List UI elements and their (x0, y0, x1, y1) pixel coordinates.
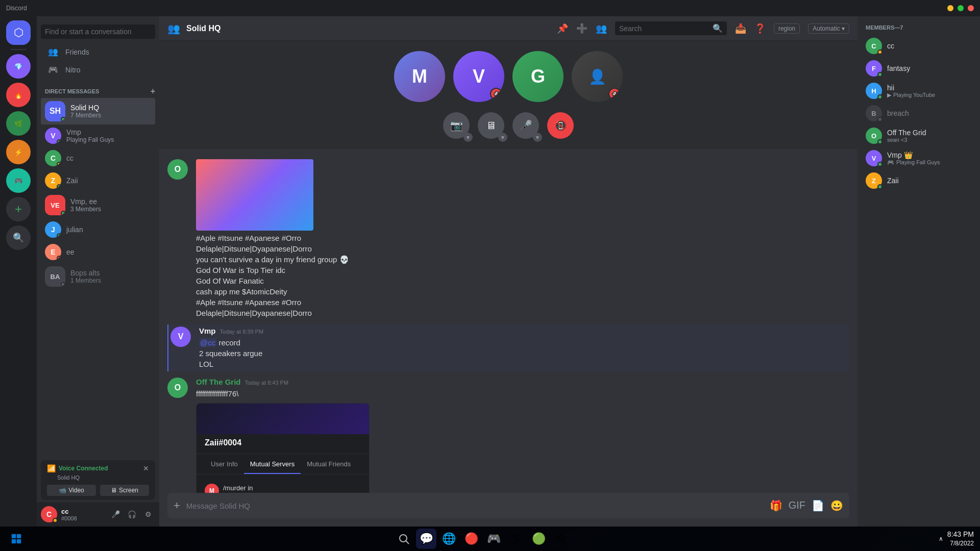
voice-participants: M V 🔇 G 👤 🔇 (394, 51, 623, 102)
discord-home-button[interactable]: ⬡ (6, 20, 31, 45)
member-item-zaii[interactable]: Z Zaii (862, 169, 976, 192)
server-icon-3[interactable]: 🌿 (6, 111, 31, 136)
gif-button[interactable]: GIF (789, 499, 805, 512)
server-icon-2[interactable]: 🔥 (6, 83, 31, 107)
voice-participant-4: 👤 🔇 (572, 51, 623, 102)
vmp-ee-info: Vmp, ee 3 Members (70, 197, 101, 213)
dm-item-cc[interactable]: C cc (41, 147, 155, 169)
taskbar: 💬 🌐 🔴 🎮 S 🟢 ⚙ ∧ 8:43 PM (0, 527, 980, 551)
message-input[interactable] (186, 495, 764, 516)
dm-item-julian[interactable]: J julian (41, 218, 155, 241)
member-item-cc[interactable]: C cc (862, 35, 976, 57)
screen-share-ctrl-button[interactable]: 🖥 ▼ (478, 112, 504, 139)
emoji-button[interactable]: 😀 (830, 499, 843, 512)
member-avatar-zaii: Z (866, 172, 882, 189)
voice-connected-header: 📶 Voice Connected ✕ (47, 464, 149, 472)
dm-item-vmp-ee[interactable]: VE Vmp, ee 3 Members (41, 192, 155, 218)
add-friend-icon[interactable]: ➕ (576, 23, 587, 34)
tab-mutual-servers[interactable]: Mutual Servers (244, 454, 301, 474)
minimize-button[interactable] (947, 5, 953, 11)
user-panel-controls: 🎤 🎧 ⚙ (108, 507, 155, 521)
screen-share-arrow[interactable]: ▼ (498, 133, 507, 142)
taskbar-app-settings[interactable]: ⚙ (551, 529, 571, 549)
taskbar-discord[interactable]: 💬 (416, 529, 436, 549)
voice-connected-panel: 📶 Voice Connected ✕ Solid HQ 📹 Video 🖥 S… (41, 460, 155, 500)
svg-point-4 (400, 535, 407, 542)
profile-server-icon: M (205, 484, 219, 493)
members-icon[interactable]: 👥 (596, 23, 607, 34)
taskbar-game1[interactable]: 🎮 (483, 529, 504, 549)
msg2-header: Vmp Today at 8:39 PM (199, 327, 847, 335)
dm-item-solid-hq[interactable]: SH Solid HQ 7 Members (41, 98, 155, 124)
vmp-avatar: V (45, 128, 61, 144)
server-icon-4[interactable]: ⚡ (6, 140, 31, 164)
server-icon-5[interactable]: 🎮 (6, 168, 31, 193)
dm-section-header: DIRECT MESSAGES + (37, 79, 159, 98)
window-controls[interactable] (947, 5, 974, 11)
nav-friends[interactable]: 👥 Friends (41, 43, 155, 61)
dm-item-vmp[interactable]: V Vmp Playing Fall Guys (41, 124, 155, 147)
taskbar-time: 8:43 PM 7/8/2022 (947, 530, 974, 548)
end-call-button[interactable]: 📵 (547, 112, 574, 139)
search-input[interactable] (619, 24, 708, 33)
dm-search-input[interactable] (41, 24, 155, 39)
svg-rect-0 (12, 534, 16, 538)
member-item-hii[interactable]: H hii ▶ Playing YouTube (862, 80, 976, 102)
attachment-button[interactable]: + (174, 493, 180, 518)
help-icon[interactable]: ❓ (754, 23, 766, 34)
msg3-timestamp: Today at 8:43 PM (245, 380, 289, 386)
mute-button[interactable]: 🎤 (108, 507, 122, 521)
dm-panel: 👥 Friends 🎮 Nitro DIRECT MESSAGES + SH S… (37, 16, 159, 527)
message-group-2: V Vmp Today at 8:39 PM @cc record 2 sque… (167, 324, 849, 371)
member-vmp-status (877, 162, 883, 167)
member-item-vmp[interactable]: V Vmp 👑 🎮 Playing Fall Guys (862, 147, 976, 169)
zaii-name: Zaii (66, 177, 78, 185)
member-item-breach[interactable]: B breach (862, 102, 976, 124)
settings-button[interactable]: ⚙ (141, 507, 155, 521)
tab-mutual-friends[interactable]: Mutual Friends (301, 454, 357, 474)
msg3-avatar: O (167, 378, 188, 398)
svg-rect-3 (17, 539, 21, 543)
server-icon-1[interactable]: 💎 (6, 54, 31, 79)
gift-icon[interactable]: 🎁 (770, 499, 782, 512)
start-button[interactable] (6, 529, 27, 549)
taskbar-app-s[interactable]: S (506, 529, 526, 549)
tab-user-info[interactable]: User Info (205, 454, 244, 474)
camera-toggle-button[interactable]: 📷 ▼ (443, 112, 470, 139)
add-dm-button[interactable]: + (151, 87, 155, 96)
camera-arrow[interactable]: ▼ (463, 133, 473, 142)
dm-item-ee[interactable]: E ee (41, 241, 155, 263)
nav-nitro[interactable]: 🎮 Nitro (41, 61, 155, 79)
member-avatar-otg: O (866, 128, 882, 144)
mic-arrow[interactable]: ▼ (533, 133, 542, 142)
explore-servers-button[interactable]: 🔍 (6, 226, 31, 250)
member-item-fantasy[interactable]: F fantasy (862, 57, 976, 80)
close-button[interactable] (968, 5, 974, 11)
dm-item-zaii[interactable]: Z Zaii (41, 169, 155, 192)
deafen-button[interactable]: 🎧 (125, 507, 139, 521)
pin-icon[interactable]: 📌 (557, 23, 568, 34)
voice-participant-2: V 🔇 (453, 51, 504, 102)
taskbar-search[interactable] (394, 529, 414, 549)
screen-share-button[interactable]: 🖥 Screen (100, 485, 149, 496)
taskbar-opera[interactable]: 🔴 (461, 529, 481, 549)
channel-header-actions: 📌 ➕ 👥 🔍 📥 ❓ region Automatic ▾ (557, 21, 849, 35)
dm-search-area[interactable] (37, 16, 159, 43)
fall-guys-icon: 🎮 (887, 159, 894, 166)
add-server-button[interactable]: + (6, 197, 31, 221)
dm-item-bops-alts[interactable]: BA Bops alts 1 Members (41, 263, 155, 290)
inbox-icon[interactable]: 📥 (735, 23, 746, 34)
mic-toggle-button[interactable]: 🎤 ▼ (512, 112, 539, 139)
voice-disconnect-icon[interactable]: ✕ (143, 464, 149, 472)
voice-participant-3: G (512, 51, 564, 102)
taskbar-browser[interactable]: 🌐 (438, 529, 459, 549)
maximize-button[interactable] (958, 5, 964, 11)
taskbar-app-browser2[interactable]: 🟢 (528, 529, 549, 549)
video-button[interactable]: 📹 Video (47, 485, 96, 496)
taskbar-chevron[interactable]: ∧ (939, 535, 943, 542)
msg2-author: Vmp (199, 327, 216, 335)
app-title: Discord (6, 5, 27, 12)
member-item-off-the-grid[interactable]: O Off The Grid sean <3 (862, 124, 976, 147)
sticker-icon[interactable]: 📄 (812, 499, 824, 512)
search-box[interactable]: 🔍 (615, 21, 727, 35)
